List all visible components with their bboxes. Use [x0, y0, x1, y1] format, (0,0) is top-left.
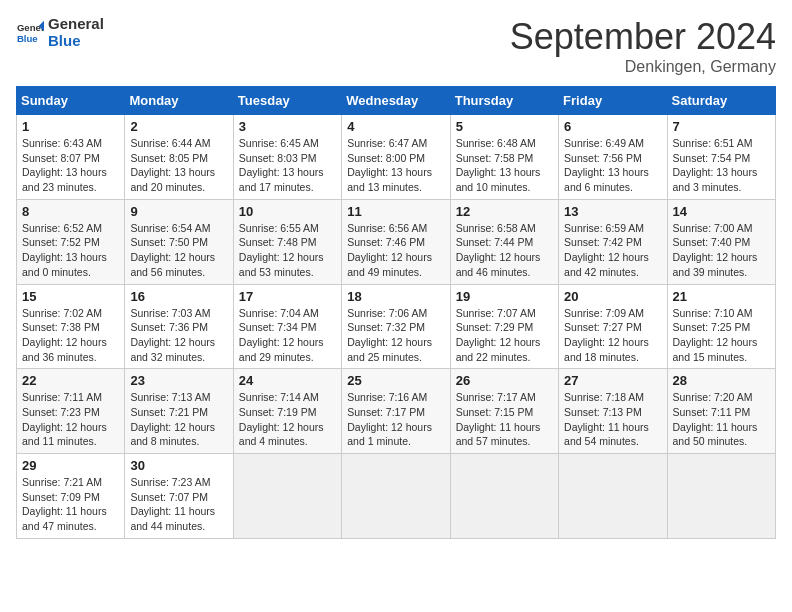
day-number: 27 [564, 373, 661, 388]
title-area: September 2024 Denkingen, Germany [510, 16, 776, 76]
day-number: 19 [456, 289, 553, 304]
calendar-cell: 8Sunrise: 6:52 AMSunset: 7:52 PMDaylight… [17, 199, 125, 284]
day-info: Sunrise: 7:23 AMSunset: 7:07 PMDaylight:… [130, 475, 227, 534]
calendar-cell: 26Sunrise: 7:17 AMSunset: 7:15 PMDayligh… [450, 369, 558, 454]
logo: General Blue General Blue [16, 16, 104, 49]
calendar-cell: 15Sunrise: 7:02 AMSunset: 7:38 PMDayligh… [17, 284, 125, 369]
calendar-cell: 13Sunrise: 6:59 AMSunset: 7:42 PMDayligh… [559, 199, 667, 284]
calendar-cell [667, 454, 775, 539]
calendar-cell: 12Sunrise: 6:58 AMSunset: 7:44 PMDayligh… [450, 199, 558, 284]
day-info: Sunrise: 7:14 AMSunset: 7:19 PMDaylight:… [239, 390, 336, 449]
day-number: 24 [239, 373, 336, 388]
month-title: September 2024 [510, 16, 776, 58]
calendar-cell: 6Sunrise: 6:49 AMSunset: 7:56 PMDaylight… [559, 115, 667, 200]
day-info: Sunrise: 7:06 AMSunset: 7:32 PMDaylight:… [347, 306, 444, 365]
day-number: 21 [673, 289, 770, 304]
column-header-friday: Friday [559, 87, 667, 115]
day-info: Sunrise: 6:47 AMSunset: 8:00 PMDaylight:… [347, 136, 444, 195]
week-row-2: 8Sunrise: 6:52 AMSunset: 7:52 PMDaylight… [17, 199, 776, 284]
calendar-cell: 5Sunrise: 6:48 AMSunset: 7:58 PMDaylight… [450, 115, 558, 200]
day-info: Sunrise: 6:55 AMSunset: 7:48 PMDaylight:… [239, 221, 336, 280]
day-info: Sunrise: 6:48 AMSunset: 7:58 PMDaylight:… [456, 136, 553, 195]
calendar-cell [233, 454, 341, 539]
day-number: 12 [456, 204, 553, 219]
day-info: Sunrise: 7:02 AMSunset: 7:38 PMDaylight:… [22, 306, 119, 365]
calendar-cell: 4Sunrise: 6:47 AMSunset: 8:00 PMDaylight… [342, 115, 450, 200]
day-info: Sunrise: 7:16 AMSunset: 7:17 PMDaylight:… [347, 390, 444, 449]
calendar-cell: 21Sunrise: 7:10 AMSunset: 7:25 PMDayligh… [667, 284, 775, 369]
day-number: 15 [22, 289, 119, 304]
calendar-cell: 19Sunrise: 7:07 AMSunset: 7:29 PMDayligh… [450, 284, 558, 369]
day-number: 2 [130, 119, 227, 134]
day-info: Sunrise: 7:18 AMSunset: 7:13 PMDaylight:… [564, 390, 661, 449]
calendar-cell: 11Sunrise: 6:56 AMSunset: 7:46 PMDayligh… [342, 199, 450, 284]
calendar-cell: 1Sunrise: 6:43 AMSunset: 8:07 PMDaylight… [17, 115, 125, 200]
calendar-cell: 20Sunrise: 7:09 AMSunset: 7:27 PMDayligh… [559, 284, 667, 369]
calendar-cell: 28Sunrise: 7:20 AMSunset: 7:11 PMDayligh… [667, 369, 775, 454]
column-header-wednesday: Wednesday [342, 87, 450, 115]
calendar-cell: 30Sunrise: 7:23 AMSunset: 7:07 PMDayligh… [125, 454, 233, 539]
day-info: Sunrise: 6:49 AMSunset: 7:56 PMDaylight:… [564, 136, 661, 195]
day-number: 18 [347, 289, 444, 304]
day-info: Sunrise: 7:04 AMSunset: 7:34 PMDaylight:… [239, 306, 336, 365]
day-number: 25 [347, 373, 444, 388]
calendar-cell: 14Sunrise: 7:00 AMSunset: 7:40 PMDayligh… [667, 199, 775, 284]
logo-icon: General Blue [16, 19, 44, 47]
calendar-cell: 29Sunrise: 7:21 AMSunset: 7:09 PMDayligh… [17, 454, 125, 539]
day-number: 23 [130, 373, 227, 388]
column-header-thursday: Thursday [450, 87, 558, 115]
day-info: Sunrise: 6:44 AMSunset: 8:05 PMDaylight:… [130, 136, 227, 195]
calendar-cell [342, 454, 450, 539]
day-info: Sunrise: 6:51 AMSunset: 7:54 PMDaylight:… [673, 136, 770, 195]
day-info: Sunrise: 7:11 AMSunset: 7:23 PMDaylight:… [22, 390, 119, 449]
day-number: 6 [564, 119, 661, 134]
day-info: Sunrise: 6:54 AMSunset: 7:50 PMDaylight:… [130, 221, 227, 280]
day-number: 14 [673, 204, 770, 219]
day-number: 3 [239, 119, 336, 134]
svg-text:General: General [17, 22, 44, 33]
column-header-sunday: Sunday [17, 87, 125, 115]
logo-general-text: General [48, 16, 104, 33]
day-info: Sunrise: 7:07 AMSunset: 7:29 PMDaylight:… [456, 306, 553, 365]
calendar-cell: 24Sunrise: 7:14 AMSunset: 7:19 PMDayligh… [233, 369, 341, 454]
day-number: 28 [673, 373, 770, 388]
day-info: Sunrise: 7:21 AMSunset: 7:09 PMDaylight:… [22, 475, 119, 534]
day-number: 10 [239, 204, 336, 219]
day-info: Sunrise: 7:03 AMSunset: 7:36 PMDaylight:… [130, 306, 227, 365]
day-number: 7 [673, 119, 770, 134]
calendar-cell: 27Sunrise: 7:18 AMSunset: 7:13 PMDayligh… [559, 369, 667, 454]
calendar-cell: 23Sunrise: 7:13 AMSunset: 7:21 PMDayligh… [125, 369, 233, 454]
location-title: Denkingen, Germany [510, 58, 776, 76]
day-info: Sunrise: 7:17 AMSunset: 7:15 PMDaylight:… [456, 390, 553, 449]
calendar-cell: 3Sunrise: 6:45 AMSunset: 8:03 PMDaylight… [233, 115, 341, 200]
day-number: 13 [564, 204, 661, 219]
logo-blue-text: Blue [48, 33, 104, 50]
calendar-cell: 16Sunrise: 7:03 AMSunset: 7:36 PMDayligh… [125, 284, 233, 369]
calendar-table: SundayMondayTuesdayWednesdayThursdayFrid… [16, 86, 776, 539]
day-info: Sunrise: 7:20 AMSunset: 7:11 PMDaylight:… [673, 390, 770, 449]
calendar-cell: 25Sunrise: 7:16 AMSunset: 7:17 PMDayligh… [342, 369, 450, 454]
day-number: 20 [564, 289, 661, 304]
day-info: Sunrise: 7:00 AMSunset: 7:40 PMDaylight:… [673, 221, 770, 280]
day-info: Sunrise: 6:52 AMSunset: 7:52 PMDaylight:… [22, 221, 119, 280]
day-info: Sunrise: 7:10 AMSunset: 7:25 PMDaylight:… [673, 306, 770, 365]
calendar-cell: 18Sunrise: 7:06 AMSunset: 7:32 PMDayligh… [342, 284, 450, 369]
day-info: Sunrise: 6:43 AMSunset: 8:07 PMDaylight:… [22, 136, 119, 195]
day-number: 30 [130, 458, 227, 473]
week-row-1: 1Sunrise: 6:43 AMSunset: 8:07 PMDaylight… [17, 115, 776, 200]
column-header-monday: Monday [125, 87, 233, 115]
week-row-3: 15Sunrise: 7:02 AMSunset: 7:38 PMDayligh… [17, 284, 776, 369]
column-header-tuesday: Tuesday [233, 87, 341, 115]
calendar-cell: 7Sunrise: 6:51 AMSunset: 7:54 PMDaylight… [667, 115, 775, 200]
page-header: General Blue General Blue September 2024… [16, 16, 776, 76]
calendar-cell [559, 454, 667, 539]
day-info: Sunrise: 6:45 AMSunset: 8:03 PMDaylight:… [239, 136, 336, 195]
day-info: Sunrise: 6:59 AMSunset: 7:42 PMDaylight:… [564, 221, 661, 280]
week-row-5: 29Sunrise: 7:21 AMSunset: 7:09 PMDayligh… [17, 454, 776, 539]
day-number: 17 [239, 289, 336, 304]
calendar-cell: 22Sunrise: 7:11 AMSunset: 7:23 PMDayligh… [17, 369, 125, 454]
day-number: 4 [347, 119, 444, 134]
column-header-row: SundayMondayTuesdayWednesdayThursdayFrid… [17, 87, 776, 115]
day-info: Sunrise: 7:13 AMSunset: 7:21 PMDaylight:… [130, 390, 227, 449]
day-number: 1 [22, 119, 119, 134]
